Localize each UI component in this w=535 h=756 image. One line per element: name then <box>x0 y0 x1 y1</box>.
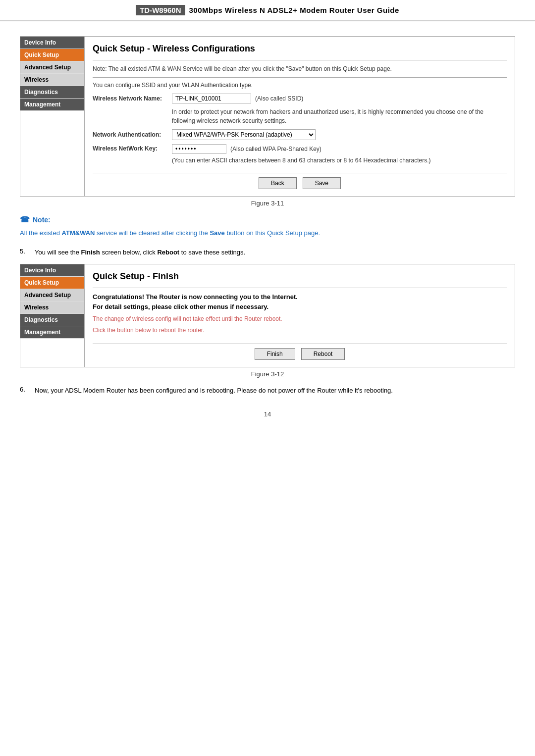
figure1-caption: Figure 3-11 <box>20 200 515 207</box>
note-section: ☎ Note: All the existed ATM&WAN service … <box>20 215 515 239</box>
sidebar-item-diagnostics-1[interactable]: Diagnostics <box>20 86 84 99</box>
note-save: Save <box>210 229 224 237</box>
reboot-button[interactable]: Reboot <box>301 348 345 360</box>
page-content: Device Info Quick Setup Advanced Setup W… <box>0 21 535 428</box>
sidebar-item-advanced-setup-1[interactable]: Advanced Setup <box>20 61 84 74</box>
page-number: 14 <box>264 410 271 418</box>
step5-text-1: You will see the <box>35 249 81 256</box>
auth-row: Network Authentication: Mixed WPA2/WPA-P… <box>93 129 507 140</box>
step5-middle: screen below, click <box>100 249 158 256</box>
sidebar-item-diagnostics-2[interactable]: Diagnostics <box>20 314 84 326</box>
step5-number: 5. <box>20 248 30 258</box>
step5-row: 5. You will see the Finish screen below,… <box>20 248 515 258</box>
key-hint: (Also called WPA Pre-Shared Key) <box>230 146 321 152</box>
sidebar-2: Device Info Quick Setup Advanced Setup W… <box>20 264 85 367</box>
sidebar-item-device-info-1[interactable]: Device Info <box>20 37 84 49</box>
key-row: Wireless NetWork Key: (Also called WPA P… <box>93 144 507 154</box>
page-footer: 14 <box>20 410 515 418</box>
figure2-caption: Figure 3-12 <box>20 370 515 378</box>
sidebar-item-device-info-2[interactable]: Device Info <box>20 264 84 277</box>
figure2-box: Device Info Quick Setup Advanced Setup W… <box>20 264 515 367</box>
note-body-2: service will be cleared after clicking t… <box>95 229 210 237</box>
figure2-title: Quick Setup - Finish <box>93 271 507 282</box>
sidebar-item-wireless-1[interactable]: Wireless <box>20 74 84 86</box>
header-title: 300Mbps Wireless N ADSL2+ Modem Router U… <box>189 6 399 14</box>
step5-text: You will see the Finish screen below, cl… <box>35 248 245 258</box>
network-name-label: Wireless Network Name: <box>93 95 172 102</box>
key-extra-hint: (You can enter ASCII characters between … <box>172 156 507 165</box>
network-name-row: Wireless Network Name: (Also called SSID… <box>93 94 507 103</box>
note-icon: ☎ <box>20 215 30 224</box>
auth-label: Network Authentication: <box>93 131 172 138</box>
figure2-button-row: Finish Reboot <box>93 344 507 360</box>
back-button-1[interactable]: Back <box>259 177 297 189</box>
finish-button[interactable]: Finish <box>255 348 295 360</box>
key-input[interactable] <box>172 144 226 154</box>
step6-row: 6. Now, your ADSL Modem Router has been … <box>20 386 515 396</box>
sidebar-item-wireless-2[interactable]: Wireless <box>20 302 84 314</box>
sidebar-1: Device Info Quick Setup Advanced Setup W… <box>20 37 85 196</box>
key-label: Wireless NetWork Key: <box>93 144 172 152</box>
figure2-main-panel: Quick Setup - Finish Congratulations! Th… <box>85 264 515 367</box>
sidebar-item-management-2[interactable]: Management <box>20 326 84 339</box>
step6-text: Now, your ADSL Modem Router has been con… <box>35 386 393 396</box>
step6-number: 6. <box>20 386 30 396</box>
sidebar-item-quick-setup-1[interactable]: Quick Setup <box>20 49 84 61</box>
sidebar-item-management-1[interactable]: Management <box>20 99 84 111</box>
figure1-note: Note: The all existed ATM & WAN Service … <box>93 64 507 73</box>
note-body-3: button on this Quick Setup page. <box>225 229 320 237</box>
security-note: In order to protect your network from ha… <box>172 107 507 125</box>
figure1-title: Quick Setup - Wireless Configurations <box>93 44 507 54</box>
note-header-text: Note: <box>33 216 51 224</box>
step5-finish: Finish <box>81 249 100 256</box>
network-name-hint: (Also called SSID) <box>255 95 303 102</box>
step5-end: to save these settings. <box>179 249 245 256</box>
figure1-button-row: Back Save <box>93 173 507 189</box>
congrats-sub-2: Click the button below to reboot the rou… <box>93 326 507 335</box>
network-name-input[interactable] <box>172 94 251 103</box>
auth-dropdown[interactable]: Mixed WPA2/WPA-PSK Personal (adaptive) <box>172 129 316 140</box>
note-atm-wan: ATM&WAN <box>62 229 95 237</box>
figure1-box: Device Info Quick Setup Advanced Setup W… <box>20 36 515 197</box>
sidebar-item-quick-setup-2[interactable]: Quick Setup <box>20 277 84 289</box>
figure1-main-panel: Quick Setup - Wireless Configurations No… <box>85 37 515 196</box>
model-label: TD-W8960N <box>136 5 185 15</box>
note-body: All the existed ATM&WAN service will be … <box>20 228 515 239</box>
page-header: TD-W8960N 300Mbps Wireless N ADSL2+ Mode… <box>0 0 535 21</box>
note-body-1: All the existed <box>20 229 62 237</box>
sidebar-item-advanced-setup-2[interactable]: Advanced Setup <box>20 289 84 302</box>
figure1-config-text: You can configure SSID and your WLAN Aut… <box>93 82 507 89</box>
congrats-sub-1: The change of wireless config will not t… <box>93 314 507 324</box>
save-button-1[interactable]: Save <box>303 177 341 189</box>
congrats-text-1: Congratulations! The Router is now conne… <box>93 292 507 302</box>
step5-reboot: Reboot <box>157 249 179 256</box>
note-header: ☎ Note: <box>20 215 515 224</box>
congrats-text-2: For detail settings, please click other … <box>93 302 507 312</box>
